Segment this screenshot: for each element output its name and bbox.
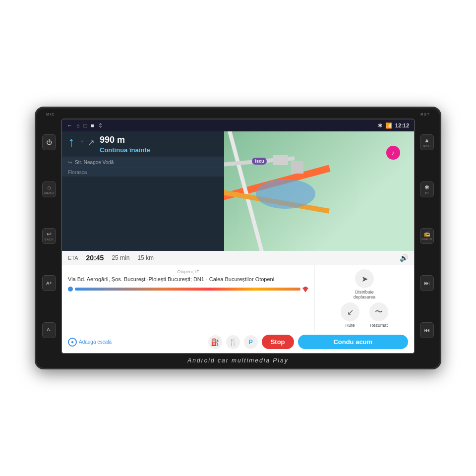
- nav-street-arrow-icon: ↪: [68, 160, 72, 165]
- share-button[interactable]: ➤ Distribuie deplasarea: [350, 269, 379, 299]
- volume-icon[interactable]: 🔊: [400, 254, 408, 262]
- nav-street-row: ↪ Str. Neagoe Vodă: [62, 157, 224, 168]
- car-multimedia-device: MIC RST ⏻ ⌂ MENU ↩ BACK A+ A-: [35, 107, 441, 369]
- music-icon[interactable]: ♪: [386, 146, 400, 160]
- routes-button[interactable]: ↙ Rute: [341, 302, 359, 328]
- vol-down-icon: A-: [47, 328, 52, 332]
- eta-label: ETA: [68, 255, 78, 261]
- share-icon: ➤: [361, 274, 368, 284]
- summary-icon: 〜: [375, 307, 383, 317]
- stop-dot-icon: ●: [71, 339, 74, 345]
- bluetooth-button[interactable]: ✱ BT: [420, 181, 434, 197]
- left-side-buttons: ⏻ ⌂ MENU ↩ BACK A+ A-: [40, 119, 58, 354]
- power-icon: ⏻: [46, 139, 52, 145]
- route-description: Via Bd. Aerogării, Șos. București-Ploieș…: [68, 276, 308, 283]
- fuel-button[interactable]: ⛽: [208, 335, 222, 349]
- stop-button[interactable]: Stop: [262, 335, 294, 349]
- nav-panel: ↑ ↑ ↗ 990 m Continuă înainte ↪ Str. Neag…: [62, 131, 224, 251]
- status-right: ✱ 📶 12:12: [378, 122, 409, 129]
- next-track-button[interactable]: ⏭: [420, 275, 434, 291]
- volume-up-button[interactable]: A+: [42, 275, 56, 291]
- eta-time: 20:45: [86, 254, 104, 262]
- route-end-dot: [302, 286, 308, 292]
- main-screen: ← ⌂ □ ■ ⇕ ✱ 📶 12:12: [61, 119, 415, 354]
- home-nav-icon[interactable]: ⌂: [76, 122, 80, 128]
- food-icon: 🍴: [229, 338, 237, 346]
- rst-label: RST: [420, 112, 430, 117]
- routes-icon: ↙: [347, 307, 354, 317]
- prev-track-icon: ⏮: [424, 327, 430, 333]
- app-nav-icon[interactable]: ■: [91, 122, 94, 128]
- menu-label: MENU: [44, 191, 54, 194]
- nav-distance-info: 990 m Continuă înainte: [100, 135, 150, 154]
- map-building-2: [291, 161, 303, 174]
- nav-direction-top: ↑ ↑ ↗ 990 m Continuă înainte: [62, 131, 224, 157]
- device-top-bar: MIC RST: [40, 112, 436, 117]
- action-bar: ● Adaugă escală ⛽ 🍴 P Stop Con: [62, 332, 414, 353]
- add-stop-icon: ●: [68, 338, 77, 347]
- summary-icon-circle: 〜: [369, 302, 388, 321]
- nav-florasca-label: Florasca: [62, 168, 224, 177]
- waze-location-badge: iscu: [252, 158, 267, 165]
- navi-button[interactable]: ▲ NAVI: [420, 134, 434, 150]
- volume-down-button[interactable]: A-: [42, 322, 56, 338]
- route-progress-row: [68, 286, 308, 292]
- map-area[interactable]: iscu ♪ 🚗 ⚠ ⚠ ↑ ↑ ↗: [62, 131, 414, 251]
- back-nav-icon[interactable]: ←: [67, 122, 72, 128]
- drive-now-button[interactable]: Condu acum: [298, 335, 408, 349]
- next-track-icon: ⏭: [424, 280, 430, 286]
- nav-extra-arrows: ↑ ↗: [80, 135, 95, 148]
- clock: 12:12: [395, 122, 409, 128]
- map-water: [256, 179, 315, 209]
- route-progress-bar: [75, 288, 300, 291]
- route-left: Otopeni, IF Via Bd. Aerogării, Șos. Bucu…: [62, 265, 315, 332]
- usb-icon: ⇕: [98, 122, 103, 129]
- nav-distance-text: 990 m: [100, 135, 150, 145]
- bottom-panel: ETA 20:45 25 min 15 km 🔊 Otopeni, IF Via…: [62, 251, 414, 353]
- radio-icon: 📻: [424, 232, 430, 237]
- add-stop-label: Adaugă escală: [79, 339, 112, 345]
- summary-label: Rezumat: [370, 323, 388, 328]
- parking-button[interactable]: P: [244, 335, 258, 349]
- radio-button[interactable]: 📻 RADIO: [420, 228, 434, 244]
- bluetooth-icon: ✱: [378, 122, 382, 129]
- music-note-icon: ♪: [391, 149, 395, 156]
- routes-label: Rute: [345, 323, 355, 328]
- nav-arrow-up-1: ↑: [80, 137, 84, 148]
- nav-instruction-text: Continuă înainte: [100, 146, 150, 154]
- parking-icon: P: [248, 338, 253, 346]
- bt-icon: ✱: [424, 184, 429, 190]
- eta-bar: ETA 20:45 25 min 15 km 🔊: [62, 251, 414, 265]
- power-button[interactable]: ⏻: [42, 134, 56, 150]
- menu-button[interactable]: ⌂ MENU: [42, 181, 56, 197]
- back-button[interactable]: ↩ BACK: [42, 228, 56, 244]
- mic-label: MIC: [46, 112, 55, 117]
- route-right: ➤ Distribuie deplasarea ↙ Rute: [315, 265, 414, 332]
- routes-icon-circle: ↙: [341, 302, 359, 321]
- recents-nav-icon[interactable]: □: [84, 122, 87, 128]
- route-panel: Otopeni, IF Via Bd. Aerogării, Șos. Bucu…: [62, 265, 414, 332]
- nav-turn-arrow: ↑: [68, 135, 75, 149]
- right-side-buttons: ▲ NAVI ✱ BT 📻 RADIO ⏭ ⏮: [418, 119, 436, 354]
- eta-duration: 25 min: [112, 254, 129, 261]
- summary-button[interactable]: 〜 Rezumat: [369, 302, 388, 328]
- map-building-1: [273, 155, 288, 165]
- food-button[interactable]: 🍴: [226, 335, 240, 349]
- back-icon: ↩: [47, 231, 52, 237]
- share-label-text: Distribuie deplasarea: [350, 290, 379, 299]
- navi-icon: ▲: [424, 137, 430, 143]
- eta-distance: 15 km: [137, 254, 154, 261]
- device-middle: ⏻ ⌂ MENU ↩ BACK A+ A- ← ⌂: [40, 119, 436, 354]
- radio-label: RADIO: [421, 238, 432, 240]
- share-icon-circle: ➤: [355, 269, 374, 288]
- nav-icons: ← ⌂ □ ■ ⇕: [67, 122, 103, 129]
- nav-arrow-up-2: ↗: [87, 137, 95, 148]
- home-icon: ⌂: [47, 184, 51, 190]
- back-label: BACK: [45, 238, 54, 241]
- add-stop-button[interactable]: ● Adaugă escală: [68, 338, 112, 347]
- navi-label: NAVI: [423, 144, 431, 147]
- vol-up-icon: A+: [46, 281, 52, 286]
- prev-track-button[interactable]: ⏮: [420, 322, 434, 338]
- nav-street-name-text: Str. Neagoe Vodă: [75, 160, 114, 165]
- route-options-row: ↙ Rute 〜 Rezumat: [341, 302, 388, 328]
